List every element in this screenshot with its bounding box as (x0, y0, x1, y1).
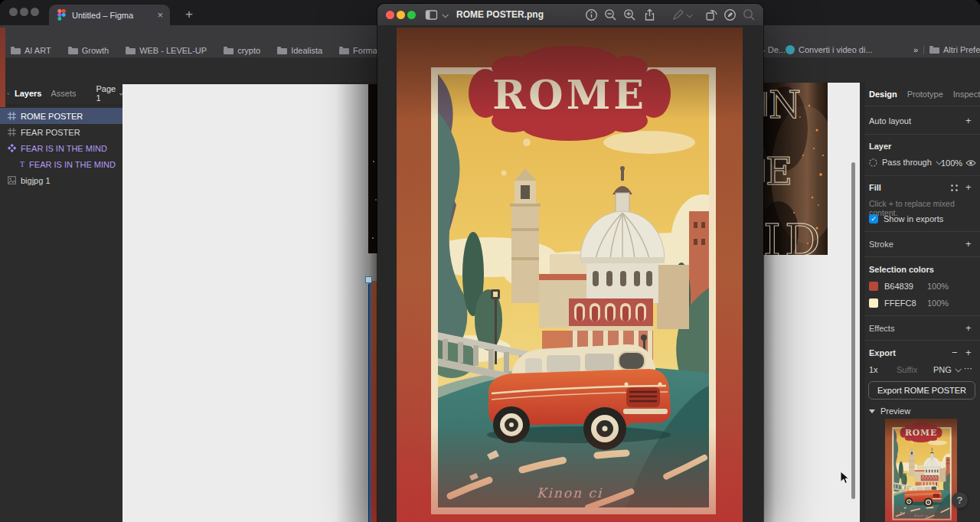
color-swatch-cream[interactable] (869, 299, 878, 308)
chevron-down-icon[interactable] (686, 11, 692, 18)
rome-poster-image (397, 28, 743, 522)
search-icon[interactable] (7, 90, 10, 98)
screen: Kinon ci ROME (0, 0, 980, 522)
layer-row-fear-poster[interactable]: FEAR POSTER (0, 124, 122, 140)
window-minimize-button[interactable] (397, 11, 405, 19)
folder-icon (339, 47, 349, 54)
fill-add-icon[interactable]: + (965, 181, 972, 193)
bookmark-de[interactable]: - De... (763, 45, 786, 54)
export-suffix-input[interactable]: Suffix (897, 365, 917, 374)
effects-add-icon[interactable]: + (965, 322, 972, 334)
window-zoom-button[interactable] (407, 11, 416, 19)
help-button[interactable]: ? (952, 492, 968, 508)
bookmarks-divider (923, 46, 924, 54)
layer-section-label: Layer (869, 142, 891, 151)
tab-assets[interactable]: Assets (51, 89, 76, 98)
auto-layout-add-icon[interactable]: + (965, 115, 972, 126)
selection-handle[interactable] (365, 276, 372, 283)
page-selector[interactable]: Page 1 (96, 84, 116, 103)
export-add-icon[interactable]: + (965, 347, 972, 358)
checkbox-checked-icon[interactable]: ✓ (869, 214, 878, 223)
export-options-icon[interactable]: ⋯ (964, 364, 973, 374)
folder-icon (126, 47, 136, 54)
markup-circle-icon[interactable] (724, 8, 737, 21)
tab-design[interactable]: Design (869, 90, 897, 99)
effects-section-label: Effects (869, 324, 894, 333)
background-window-sliver (0, 28, 5, 107)
bookmark-converti[interactable]: Converti i video di... (786, 45, 873, 54)
fear-letter-n: N (769, 83, 801, 126)
tab-close-icon[interactable]: × (157, 9, 163, 21)
window-close-button[interactable] (386, 11, 394, 19)
new-tab-button[interactable]: + (179, 5, 199, 24)
text-layer-icon: T (20, 160, 24, 168)
folder-icon (68, 47, 78, 54)
figma-favicon (57, 9, 66, 21)
export-preview-thumbnail (885, 419, 957, 522)
export-remove-icon[interactable]: − (952, 347, 958, 358)
converti-icon (786, 45, 795, 54)
export-button[interactable]: Export ROME POSTER (868, 381, 975, 400)
tab-prototype[interactable]: Prototype (907, 90, 943, 99)
disclosure-triangle-icon (869, 409, 875, 413)
layers-panel: Layers Assets Page 1 ROME POSTER FEAR PO… (0, 82, 122, 522)
zoom-in-icon[interactable] (623, 8, 636, 21)
fear-letter-id: ID (763, 214, 824, 255)
browser-minimize-button[interactable] (20, 8, 28, 16)
preview-sidebar-icon[interactable] (425, 8, 438, 21)
markup-pen-icon[interactable] (671, 8, 684, 21)
fill-styles-icon[interactable] (950, 184, 959, 192)
blend-mode-icon (869, 158, 877, 167)
bookmark-altri-preferiti[interactable]: Altri Preferiti (929, 45, 980, 54)
visibility-eye-icon[interactable] (965, 159, 976, 167)
artboard-left[interactable] (122, 84, 368, 522)
canvas-scrollbar[interactable] (851, 162, 855, 499)
selection-color-row[interactable]: B64839 100% (869, 282, 949, 291)
tab-title: Untitled – Figma (72, 11, 154, 20)
preview-content (377, 25, 763, 522)
selection-color-row[interactable]: FFEFC8 100% (869, 299, 949, 308)
search-icon[interactable] (743, 8, 756, 21)
bookmark-folder[interactable]: WEB - LEVEL-UP (126, 46, 207, 55)
bookmark-folder[interactable]: Idealista (277, 46, 322, 55)
preview-window: ROME POSTER.png (377, 4, 763, 522)
layer-opacity-field[interactable]: 100% (941, 158, 962, 168)
bookmark-folder[interactable]: AI ART (11, 46, 51, 55)
folder-icon (277, 47, 287, 54)
preview-disclosure[interactable]: Preview (869, 406, 910, 416)
stroke-add-icon[interactable]: + (965, 238, 972, 250)
mouse-cursor (840, 471, 849, 484)
export-scale-select[interactable]: 1x (869, 365, 878, 374)
color-swatch-red[interactable] (869, 282, 878, 291)
rotate-icon[interactable] (705, 8, 718, 21)
bookmarks-overflow-icon[interactable]: » (913, 45, 918, 54)
browser-zoom-button[interactable] (31, 8, 39, 16)
layer-row-fear-text[interactable]: T FEAR IS IN THE MIND (0, 156, 122, 172)
export-format-select[interactable]: PNG (933, 365, 960, 374)
layer-row-rome-poster[interactable]: ROME POSTER (0, 108, 122, 124)
fear-poster-fragment[interactable]: N E ID (763, 83, 828, 255)
show-in-exports-row[interactable]: ✓ Show in exports (869, 214, 943, 223)
image-layer-icon (8, 176, 16, 184)
selection-colors-label: Selection colors (869, 265, 934, 274)
blend-mode-select[interactable]: Pass through (869, 158, 941, 167)
info-icon[interactable] (585, 8, 598, 21)
browser-tab[interactable]: Untitled – Figma × (49, 5, 170, 25)
chevron-down-icon[interactable] (442, 11, 448, 18)
share-icon[interactable] (643, 8, 656, 21)
chevron-down-icon (955, 366, 961, 372)
zoom-out-icon[interactable] (604, 8, 617, 21)
bookmark-folder[interactable]: crypto (224, 46, 260, 55)
bookmark-folder[interactable]: Growth (68, 46, 109, 55)
layer-row-fear-component[interactable]: FEAR IS IN THE MIND (0, 140, 122, 156)
browser-close-button[interactable] (9, 8, 18, 16)
folder-icon (224, 47, 234, 54)
tab-inspect[interactable]: Inspect (953, 90, 980, 99)
component-icon (8, 144, 16, 152)
layer-row-bigjpg[interactable]: bigjpg 1 (0, 172, 122, 188)
preview-titlebar[interactable]: ROME POSTER.png (377, 4, 763, 26)
tab-layers[interactable]: Layers (15, 89, 41, 98)
fill-section-label: Fill (869, 183, 881, 192)
selection-outline (369, 281, 371, 522)
export-section-label: Export (869, 348, 896, 357)
